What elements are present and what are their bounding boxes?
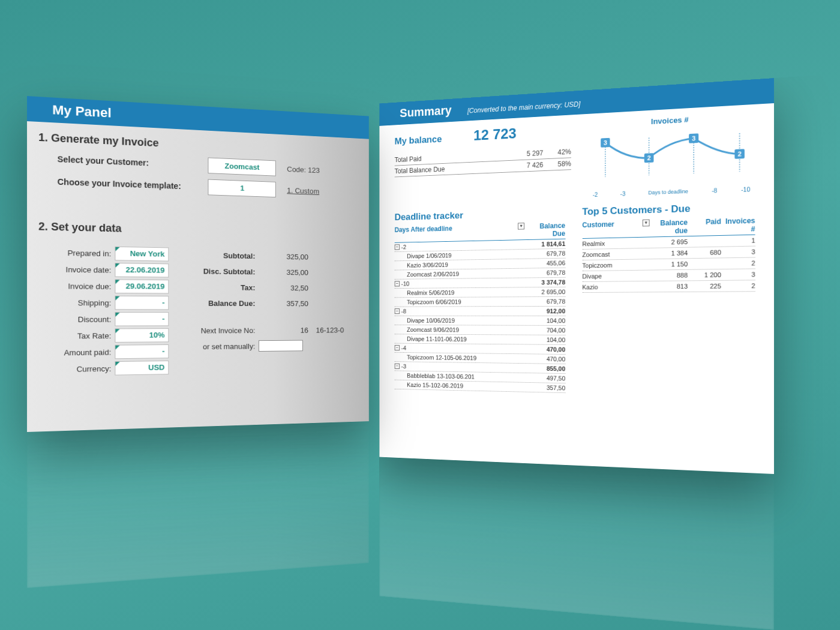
customer-label: Select your Customer: <box>58 154 197 169</box>
balance-value: 12 723 <box>473 125 516 144</box>
collapse-icon[interactable]: − <box>395 308 400 314</box>
total-due-amount: 7 426 <box>510 161 543 170</box>
invoice-due-label: Invoice due: <box>46 281 112 291</box>
filter-icon[interactable]: ▾ <box>518 223 524 229</box>
tracker-item-row: Topiczoom 6/06/2019679,78 <box>395 297 565 307</box>
manual-invoice-input[interactable] <box>259 340 303 352</box>
amount-paid-label: Amount paid: <box>46 347 112 357</box>
total-paid-row: Total Paid 5 297 42% <box>395 146 571 166</box>
tracker-item-row: Topiczoom 12-105-06.2019470,00 <box>395 353 565 364</box>
collapse-icon[interactable]: − <box>395 364 400 369</box>
top5-head-paid[interactable]: Paid <box>688 217 721 235</box>
invoice-date-field[interactable]: 22.06.2019 <box>115 263 169 277</box>
balance-due-label: Balance Due: <box>187 299 256 308</box>
tax-value: 32,50 <box>259 283 308 292</box>
prepared-in-label: Prepared in: <box>46 248 112 258</box>
tracker-item-row: Zoomcast 9/06/2019704,00 <box>395 325 565 335</box>
shipping-label: Shipping: <box>46 298 112 307</box>
manual-label: or set manually: <box>187 342 256 351</box>
next-invoice-full: 16-123-0 <box>311 326 344 334</box>
top5-row: Realmix2 6951 <box>582 235 755 250</box>
left-title: My Panel <box>52 102 111 121</box>
shipping-field[interactable]: - <box>115 296 169 310</box>
top5-row: Zoomcast1 3846803 <box>582 247 755 260</box>
total-due-row: Total Balance Due 7 426 58% <box>395 158 571 177</box>
tracker-item-row: Divape 10/06/2019104,00 <box>395 316 565 326</box>
tracker-group-row[interactable]: −-3855,00 <box>395 362 565 374</box>
top5-row: Divape8881 2003 <box>582 269 755 282</box>
top5-head-invoices[interactable]: Invoices # <box>721 217 755 234</box>
customer-code: Code: 123 <box>287 164 320 174</box>
tracker-title: Deadline tracker <box>395 207 565 223</box>
template-select[interactable]: 1 <box>208 179 275 197</box>
svg-rect-6 <box>644 153 654 163</box>
tracker-group-row[interactable]: −-4470,00 <box>395 344 565 355</box>
tracker-item-row: Kazio 15-102-06.2019357,50 <box>395 380 565 394</box>
tax-rate-field[interactable]: 10% <box>115 328 169 343</box>
balance-due-value: 357,50 <box>259 299 308 307</box>
filter-icon[interactable]: ▾ <box>643 220 650 227</box>
tracker-item-row: Kazio 3/06/2019455,06 <box>395 259 565 271</box>
svg-rect-4 <box>601 138 610 148</box>
summary-title: Summary <box>400 103 451 121</box>
tracker-group-row[interactable]: −-21 814,61 <box>395 239 565 252</box>
chart-x-3: -10 <box>741 186 750 193</box>
chart-xlabel: Days to deadline <box>648 188 688 196</box>
right-reflection <box>379 457 774 630</box>
discount-label: Discount: <box>46 315 112 324</box>
total-paid-amount: 5 297 <box>510 149 543 159</box>
tracker-item-row: Divape 11-101-06.2019104,00 <box>395 334 565 345</box>
template-name[interactable]: 1. Custom <box>287 186 319 196</box>
svg-rect-8 <box>689 133 698 143</box>
svg-rect-10 <box>734 149 745 159</box>
right-panel: Summary [Converted to the main currency:… <box>379 78 774 474</box>
total-paid-label: Total Paid <box>395 151 511 164</box>
chart-title: Invoices # <box>588 112 755 130</box>
top5-head-balance[interactable]: Balance due <box>652 218 688 236</box>
collapse-icon[interactable]: − <box>395 281 400 286</box>
tracker-body: −-21 814,61Divape 1/06/2019679,78Kazio 3… <box>395 239 565 394</box>
tracker-item-row: Divape 1/06/2019679,78 <box>395 249 565 262</box>
invoices-chart: Invoices # 3 2 3 2 -2 -3 Days to deadlin… <box>588 112 755 200</box>
currency-label: Currency: <box>46 364 112 374</box>
tracker-head-bal[interactable]: Balance Due <box>526 221 565 238</box>
top5-row: Kazio8132252 <box>582 280 755 293</box>
customer-select[interactable]: Zoomcast <box>208 157 275 176</box>
top5-row: Topiczoom1 1502 <box>582 257 755 271</box>
collapse-icon[interactable]: − <box>395 244 400 250</box>
collapse-icon[interactable]: − <box>395 345 400 350</box>
invoice-due-field[interactable]: 29.06.2019 <box>115 279 169 293</box>
subtotal-label: Subtotal: <box>187 250 256 260</box>
svg-text:2: 2 <box>647 154 651 161</box>
chart-x-2: -8 <box>712 187 717 194</box>
next-invoice-label: Next Invoice No: <box>187 326 256 335</box>
left-header: My Panel <box>27 96 369 139</box>
tracker-group-row[interactable]: −-8912,00 <box>395 307 565 316</box>
chart-svg: 3 2 3 2 <box>588 121 755 192</box>
prepared-in-field[interactable]: New York <box>115 247 169 262</box>
svg-text:2: 2 <box>738 150 742 157</box>
chart-x-1: -3 <box>620 191 626 197</box>
invoice-date-label: Invoice date: <box>46 265 112 274</box>
svg-text:3: 3 <box>692 134 695 142</box>
total-due-label: Total Balance Due <box>395 163 511 175</box>
tracker-head-days[interactable]: Days After deadline <box>395 223 515 242</box>
disc-subtotal-value: 325,00 <box>259 268 308 277</box>
tracker-group-row[interactable]: −-103 374,78 <box>395 278 565 289</box>
tracker-item-row: Babbleblab 13-103-06.201497,50 <box>395 371 565 383</box>
summary-subtitle: [Converted to the main currency: USD] <box>467 100 580 115</box>
tax-label: Tax: <box>187 283 256 292</box>
top5-body: Realmix2 6951Zoomcast1 3846803Topiczoom1… <box>582 235 755 293</box>
total-due-pct: 58% <box>543 160 571 169</box>
currency-field[interactable]: USD <box>115 361 169 376</box>
discount-field[interactable]: - <box>115 312 169 326</box>
disc-subtotal-label: Disc. Subtotal: <box>187 266 256 276</box>
subtotal-value: 325,00 <box>259 252 308 261</box>
amount-paid-field[interactable]: - <box>115 344 169 359</box>
balance-title: My balance <box>395 134 442 147</box>
tax-rate-label: Tax Rate: <box>46 331 112 340</box>
top5-head-customer[interactable]: Customer <box>582 220 640 237</box>
left-reflection: Currency: <box>27 421 369 588</box>
svg-text:3: 3 <box>604 139 607 146</box>
left-panel: My Panel 1. Generate my Invoice Select y… <box>27 96 369 432</box>
